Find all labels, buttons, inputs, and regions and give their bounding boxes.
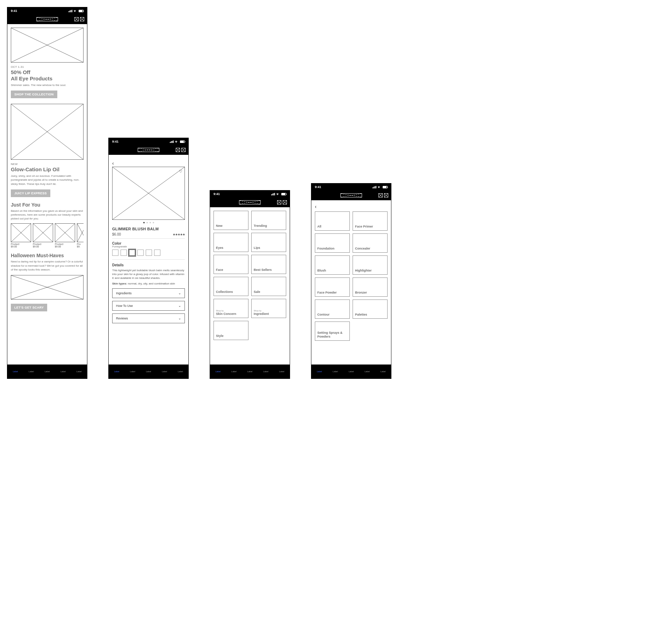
category-tile[interactable]: All	[315, 211, 350, 231]
nav-icon-2[interactable]	[384, 193, 388, 197]
favorite-icon[interactable]: ♡	[179, 169, 182, 174]
tab-item[interactable]: Label	[231, 370, 237, 373]
product-thumb	[55, 223, 75, 242]
tab-item[interactable]: Label	[215, 370, 221, 373]
tab-item[interactable]: Label	[29, 370, 34, 373]
tab-item[interactable]: Label	[178, 370, 183, 373]
category-tile[interactable]: Shop bySkin Concern	[214, 299, 248, 318]
nav-icon-1[interactable]	[277, 200, 281, 204]
category-tile[interactable]: Face Powder	[315, 277, 350, 297]
product-card[interactable]: Product$9.00	[33, 223, 53, 248]
back-button[interactable]: ‹	[315, 204, 388, 211]
signal-icon	[271, 193, 275, 195]
category-tile[interactable]: Foundation	[315, 233, 350, 253]
tab-item[interactable]: Label	[77, 370, 82, 373]
status-bar: 9:41 ᯤ	[7, 7, 87, 14]
category-tile[interactable]: Face	[214, 255, 248, 274]
tab-item[interactable]: Label	[349, 370, 354, 373]
nav-icon-1[interactable]	[176, 148, 180, 152]
category-tile[interactable]: Concealer	[353, 233, 388, 253]
product-card[interactable]: Pro$9.	[77, 223, 84, 248]
category-tile[interactable]: Style	[214, 321, 248, 340]
color-swatch[interactable]	[112, 250, 118, 256]
logo-placeholder-icon[interactable]	[340, 193, 362, 197]
tab-item[interactable]: Label	[162, 370, 167, 373]
rating-stars[interactable]: ★★★★★	[173, 233, 185, 236]
nav-icon-2[interactable]	[181, 148, 186, 152]
category-tile[interactable]: Bronzer	[353, 277, 388, 297]
tab-item[interactable]: Label	[279, 370, 284, 373]
category-tile[interactable]: Best Sellers	[251, 255, 286, 274]
jfy-product-row[interactable]: Product$9.00Product$9.00Product$9.00Pro$…	[11, 223, 84, 248]
nav-icon-1[interactable]	[74, 17, 79, 21]
tab-item[interactable]: Label	[381, 370, 386, 373]
tab-item[interactable]: Label	[263, 370, 268, 373]
tab-item[interactable]: Label	[317, 370, 322, 373]
product-name: Product	[55, 243, 75, 245]
color-swatch[interactable]	[146, 250, 152, 256]
accordion-how-to-use[interactable]: How To Use⌄	[112, 301, 185, 311]
category-tile[interactable]: Highlighter	[353, 255, 388, 275]
product-thumb	[33, 223, 53, 242]
category-tile[interactable]: Shop byIngredient	[251, 299, 286, 318]
chevron-down-icon: ⌄	[178, 304, 181, 308]
product-card[interactable]: Product$9.00	[55, 223, 75, 248]
subcategory-grid: AllFace PrimerFoundationConcealerBlushHi…	[315, 211, 388, 341]
category-prelabel: Shop by	[254, 310, 284, 312]
tab-item[interactable]: Label	[146, 370, 151, 373]
juicy-lip-button[interactable]: JUICY LIP EXPRESS	[11, 189, 50, 197]
lets-get-scary-button[interactable]: LET'S GET SCARY	[11, 304, 47, 311]
category-tile[interactable]: Contour	[315, 300, 350, 319]
category-tile[interactable]: Setting Sprays & Powders	[315, 322, 350, 341]
color-swatch[interactable]	[137, 250, 144, 256]
category-tile[interactable]: Collections	[214, 277, 248, 296]
category-tile[interactable]: Lips	[251, 233, 286, 252]
product-price: $9.	[77, 245, 84, 248]
back-button[interactable]: ‹	[112, 158, 185, 167]
category-tile[interactable]: Blush	[315, 255, 350, 275]
tab-item[interactable]: Label	[60, 370, 66, 373]
category-label: Face	[216, 268, 246, 272]
product-title: GLIMMER BLUSH BALM	[112, 227, 185, 231]
nav-icon-2[interactable]	[283, 200, 287, 204]
logo-placeholder-icon[interactable]	[138, 148, 159, 152]
tab-item[interactable]: Label	[13, 370, 18, 373]
accordion-ingredients[interactable]: Ingredients⌄	[112, 288, 185, 298]
category-label: Bronzer	[355, 291, 385, 294]
color-swatch[interactable]	[129, 250, 135, 256]
category-tile[interactable]: New	[214, 211, 248, 230]
color-swatch[interactable]	[121, 250, 127, 256]
promo2-title: Glow-Cation Lip Oil	[11, 166, 84, 173]
battery-icon	[79, 10, 84, 12]
wifi-icon: ᯤ	[378, 185, 381, 189]
tab-item[interactable]: Label	[45, 370, 50, 373]
tab-item[interactable]: Label	[364, 370, 370, 373]
shop-collection-button[interactable]: SHOP THE COLLECTION	[11, 91, 57, 98]
carousel-dots[interactable]	[112, 222, 185, 223]
category-tile[interactable]: Trending	[251, 211, 286, 230]
dot[interactable]	[153, 222, 154, 223]
status-icons: ᯤ	[68, 9, 84, 13]
top-nav	[109, 145, 188, 155]
product-card[interactable]: Product$9.00	[11, 223, 31, 248]
dot-active[interactable]	[143, 222, 145, 223]
logo-placeholder-icon[interactable]	[239, 200, 261, 204]
nav-icon-2[interactable]	[80, 17, 84, 21]
tab-item[interactable]: Label	[247, 370, 253, 373]
category-tile[interactable]: Palettes	[353, 300, 388, 319]
tab-item[interactable]: Label	[333, 370, 338, 373]
category-tile[interactable]: Sale	[251, 277, 286, 296]
category-tile[interactable]: Eyes	[214, 233, 248, 252]
product-image[interactable]: ♡	[112, 167, 185, 220]
dot[interactable]	[150, 222, 151, 223]
category-tile[interactable]: Face Primer	[353, 211, 388, 231]
jfy-heading: Just For You	[11, 202, 84, 208]
tab-item[interactable]: Label	[114, 370, 119, 373]
nav-icon-1[interactable]	[378, 193, 383, 197]
tab-item[interactable]: Label	[130, 370, 135, 373]
accordion-reviews[interactable]: Reviews⌄	[112, 313, 185, 323]
dot[interactable]	[146, 222, 148, 223]
color-swatch[interactable]	[154, 250, 160, 256]
logo-placeholder-icon[interactable]	[36, 17, 58, 21]
status-icons: ᯤ	[373, 185, 388, 189]
